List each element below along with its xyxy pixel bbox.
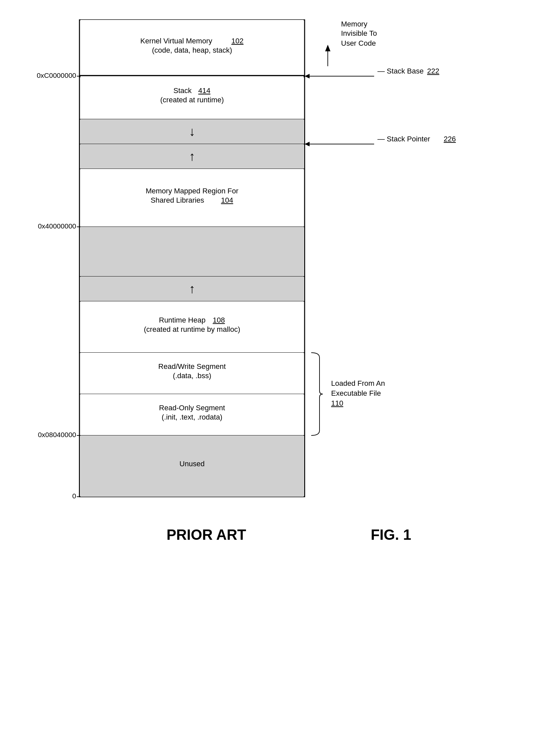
svg-text:Executable File: Executable File bbox=[331, 389, 381, 397]
svg-text:102: 102 bbox=[231, 37, 244, 45]
svg-text:Memory Mapped Region For: Memory Mapped Region For bbox=[146, 187, 238, 195]
svg-text:Unused: Unused bbox=[179, 460, 205, 468]
svg-text:104: 104 bbox=[221, 196, 233, 204]
svg-text:(created at runtime by malloc): (created at runtime by malloc) bbox=[144, 325, 240, 333]
svg-text:— Stack Pointer: — Stack Pointer bbox=[377, 135, 430, 143]
svg-text:Read-Only Segment: Read-Only Segment bbox=[159, 404, 225, 412]
svg-marker-56 bbox=[305, 74, 310, 78]
svg-text:(code, data, heap, stack): (code, data, heap, stack) bbox=[152, 46, 232, 54]
svg-text:↑: ↑ bbox=[189, 282, 195, 296]
svg-text:User Code: User Code bbox=[341, 39, 376, 47]
svg-text:Loaded From An: Loaded From An bbox=[331, 379, 385, 387]
page-container: Kernel Virtual Memory 102(code, data, he… bbox=[0, 0, 543, 756]
svg-text:FIG. 1: FIG. 1 bbox=[371, 527, 411, 543]
svg-text:Stack: Stack bbox=[173, 86, 194, 95]
svg-marker-53 bbox=[325, 45, 330, 51]
svg-text:0xC0000000: 0xC0000000 bbox=[37, 72, 76, 79]
svg-text:108: 108 bbox=[213, 316, 225, 324]
svg-text:PRIOR ART: PRIOR ART bbox=[167, 527, 246, 543]
svg-text:↓: ↓ bbox=[189, 125, 195, 138]
svg-text:226: 226 bbox=[444, 135, 456, 143]
svg-text:0: 0 bbox=[72, 492, 76, 500]
svg-text:— Stack Base: — Stack Base bbox=[377, 67, 423, 75]
svg-text:(.data, .bss): (.data, .bss) bbox=[173, 372, 211, 380]
svg-text:0x40000000: 0x40000000 bbox=[38, 222, 76, 230]
svg-text:↑: ↑ bbox=[189, 149, 195, 163]
svg-text:(created at runtime): (created at runtime) bbox=[160, 96, 224, 104]
svg-rect-22 bbox=[80, 227, 304, 277]
svg-text:Invisible To: Invisible To bbox=[341, 29, 377, 37]
svg-text:Shared Libraries: Shared Libraries bbox=[151, 196, 206, 204]
svg-text:110: 110 bbox=[331, 399, 343, 407]
svg-text:222: 222 bbox=[427, 67, 439, 75]
svg-text:0x08040000: 0x08040000 bbox=[38, 431, 76, 438]
svg-text:Kernel Virtual Memory: Kernel Virtual Memory bbox=[140, 37, 214, 45]
memory-diagram-svg: Kernel Virtual Memory 102(code, data, he… bbox=[0, 0, 543, 756]
svg-text:Read/Write Segment: Read/Write Segment bbox=[158, 362, 226, 371]
svg-text:414: 414 bbox=[198, 86, 211, 95]
svg-text:(.init, .text, .rodata): (.init, .text, .rodata) bbox=[162, 413, 222, 421]
svg-text:Memory: Memory bbox=[341, 20, 367, 28]
svg-marker-60 bbox=[305, 142, 310, 146]
svg-text:Runtime Heap: Runtime Heap bbox=[159, 316, 208, 324]
